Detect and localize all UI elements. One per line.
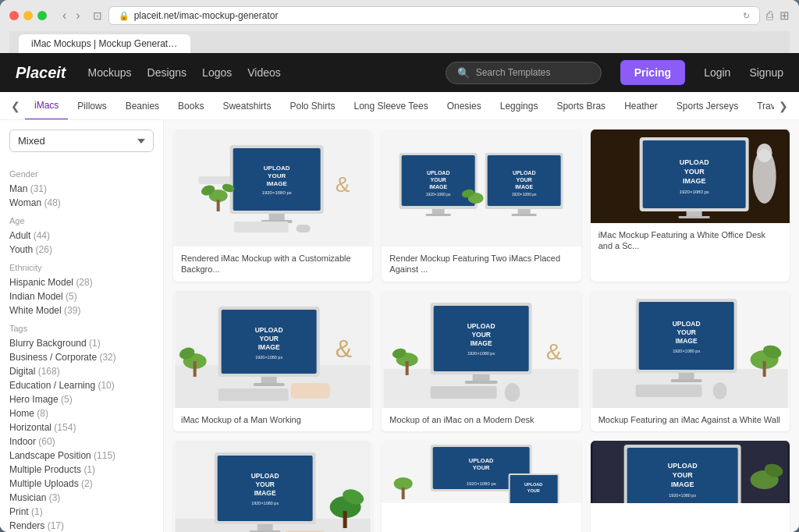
sidebar: Mixed Men Women Gender Man (31) Woman (4… (0, 120, 164, 532)
category-arrow-left[interactable]: ❮ (6, 100, 25, 112)
card-title-2: Render Mockup Featuring Two iMacs Placed… (382, 246, 581, 282)
mockup-card-6[interactable]: UPLOAD YOUR IMAGE 1920×1080 px (591, 291, 790, 431)
cat-sweatshirts[interactable]: Sweatshirts (213, 92, 280, 120)
cat-heather[interactable]: Heather (615, 92, 667, 120)
nav-videos[interactable]: Videos (247, 66, 281, 79)
share-icon[interactable]: ⎙ (766, 9, 773, 23)
svg-rect-3 (233, 148, 321, 211)
reload-icon[interactable]: ↻ (743, 11, 750, 21)
card-svg-3: UPLOAD YOUR IMAGE 1920×1080 px (591, 129, 790, 223)
svg-rect-55 (261, 377, 277, 383)
category-arrow-right[interactable]: ❯ (774, 100, 793, 112)
browser-chrome: ‹ › ⊡ 🔒 placeit.net/imac-mockup-generato… (0, 0, 799, 53)
filter-multiple-uploads[interactable]: Multiple Uploads (2) (9, 477, 154, 491)
mockup-card-5[interactable]: UPLOAD YOUR IMAGE 1920×1080 px (382, 291, 581, 431)
filter-woman[interactable]: Woman (48) (9, 196, 154, 210)
svg-text:UPLOAD: UPLOAD (251, 472, 279, 480)
cat-pillows[interactable]: Pillows (68, 92, 115, 120)
filter-musician[interactable]: Musician (3) (9, 491, 154, 505)
svg-text:YOUR: YOUR (684, 168, 705, 176)
search-box[interactable]: 🔍 Search Templates (446, 62, 602, 84)
svg-rect-61 (194, 361, 197, 377)
mockup-card-2[interactable]: UPLOAD YOUR IMAGE 1920×1080 px UPLOAD (382, 129, 581, 282)
filter-digital[interactable]: Digital (168) (9, 364, 154, 378)
pricing-button[interactable]: Pricing (620, 60, 685, 85)
tags-label: Tags (9, 324, 154, 333)
mockup-card-7[interactable]: UPLOAD YOUR IMAGE 1920×1080 px (173, 441, 372, 532)
cat-onesies[interactable]: Onesies (438, 92, 491, 120)
cat-beanies[interactable]: Beanies (116, 92, 169, 120)
filter-blurry[interactable]: Blurry Background (1) (9, 336, 154, 350)
filter-hispanic[interactable]: Hispanic Model (28) (9, 275, 154, 289)
svg-rect-87 (678, 373, 694, 379)
nav-mockups[interactable]: Mockups (87, 66, 131, 79)
top-nav: Placeit Mockups Designs Logos Videos 🔍 S… (0, 53, 799, 92)
svg-text:1920×1080 px: 1920×1080 px (255, 355, 282, 360)
svg-text:UPLOAD: UPLOAD (467, 322, 495, 330)
tab-icon[interactable]: ⊞ (779, 9, 790, 23)
svg-text:UPLOAD: UPLOAD (679, 158, 709, 166)
cat-leggings[interactable]: Leggings (491, 92, 548, 120)
mockup-card-8[interactable]: UPLOAD YOUR 1920×1080 px UPLOAD YOUR (382, 441, 581, 532)
filter-adult[interactable]: Adult (44) (9, 229, 154, 243)
cat-sports-jerseys[interactable]: Sports Jerseys (667, 92, 748, 120)
mockup-card-4[interactable]: UPLOAD YOUR IMAGE 1920×1080 px (173, 291, 372, 431)
filter-select[interactable]: Mixed Men Women (9, 129, 154, 152)
filter-education[interactable]: Education / Learning (10) (9, 378, 154, 392)
svg-text:YOUR: YOUR (672, 471, 693, 479)
cat-polo-shirts[interactable]: Polo Shirts (280, 92, 344, 120)
mockup-card-3[interactable]: UPLOAD YOUR IMAGE 1920×1080 px (591, 129, 790, 282)
filter-landscape[interactable]: Landscape Position (115) (9, 449, 154, 463)
cat-travel-mugs[interactable]: Travel Mugs (748, 92, 774, 120)
cat-imacs[interactable]: iMacs (25, 92, 68, 120)
close-button[interactable] (9, 11, 19, 20)
mockup-card-9[interactable]: UPLOAD YOUR IMAGE 1920×1080 px (591, 441, 790, 532)
svg-text:1920×1080 px: 1920×1080 px (673, 349, 700, 353)
svg-text:1920×1080 px: 1920×1080 px (679, 190, 708, 194)
mockup-card-1[interactable]: UPLOAD YOUR IMAGE 1920×1080 px (173, 129, 372, 282)
address-bar[interactable]: 🔒 placeit.net/imac-mockup-generator ↻ (108, 6, 760, 25)
filter-multiple-products[interactable]: Multiple Products (1) (9, 463, 154, 477)
filter-hero[interactable]: Hero Image (5) (9, 392, 154, 406)
nav-logos[interactable]: Logos (202, 66, 232, 79)
svg-rect-8 (269, 214, 285, 220)
svg-text:YOUR: YOUR (473, 464, 490, 471)
minimize-button[interactable] (23, 11, 33, 20)
browser-tab[interactable]: iMac Mockups | Mockup Generator | Placei… (19, 34, 190, 53)
filter-white[interactable]: White Model (39) (9, 303, 154, 317)
sidebar-toggle[interactable]: ⊡ (93, 9, 102, 22)
svg-text:IMAGE: IMAGE (516, 184, 534, 190)
cat-books[interactable]: Books (169, 92, 213, 120)
svg-text:1920×1080 px: 1920×1080 px (262, 190, 292, 195)
login-button[interactable]: Login (704, 66, 730, 79)
svg-text:YOUR: YOUR (517, 177, 532, 183)
cat-long-sleeve[interactable]: Long Sleeve Tees (344, 92, 437, 120)
filter-indian[interactable]: Indian Model (5) (9, 289, 154, 303)
filter-renders[interactable]: Renders (17) (9, 519, 154, 532)
nav-designs[interactable]: Designs (147, 66, 187, 79)
category-items: iMacs Pillows Beanies Books Sweatshirts … (25, 92, 774, 120)
svg-text:IMAGE: IMAGE (254, 489, 276, 497)
filter-horizontal[interactable]: Horizontal (154) (9, 420, 154, 434)
filter-man[interactable]: Man (31) (9, 182, 154, 196)
filter-indoor[interactable]: Indoor (60) (9, 434, 154, 449)
filter-print[interactable]: Print (1) (9, 505, 154, 519)
forward-button[interactable]: › (73, 7, 83, 24)
cat-sports-bras[interactable]: Sports Bras (547, 92, 615, 120)
filter-youth[interactable]: Youth (26) (9, 243, 154, 257)
maximize-button[interactable] (37, 11, 47, 20)
search-icon: 🔍 (457, 67, 470, 79)
filter-business[interactable]: Business / Corporate (32) (9, 350, 154, 364)
svg-rect-14 (234, 222, 289, 232)
svg-rect-44 (678, 216, 709, 218)
svg-text:&: & (546, 339, 562, 364)
card-svg-2: UPLOAD YOUR IMAGE 1920×1080 px UPLOAD (382, 129, 581, 246)
signup-button[interactable]: Signup (749, 66, 783, 79)
logo[interactable]: Placeit (16, 64, 66, 82)
svg-text:YOUR: YOUR (472, 331, 492, 339)
svg-text:UPLOAD: UPLOAD (469, 457, 494, 464)
nav-links: Mockups Designs Logos Videos (87, 66, 280, 79)
back-button[interactable]: ‹ (59, 7, 69, 24)
traffic-lights (9, 11, 47, 20)
filter-home[interactable]: Home (8) (9, 406, 154, 420)
